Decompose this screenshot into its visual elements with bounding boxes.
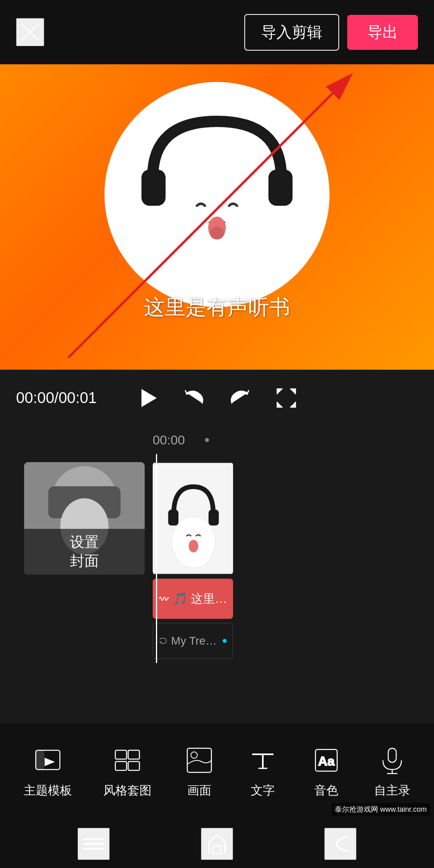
music-indicator: [223, 639, 227, 643]
control-buttons: [137, 387, 297, 409]
svg-rect-23: [128, 750, 139, 759]
nav-back-button[interactable]: [324, 828, 356, 860]
redo-icon: [229, 387, 251, 409]
top-right-buttons: 导入剪辑 导出: [244, 14, 418, 51]
cover-label: 设置 封面: [24, 529, 145, 575]
back-icon: [328, 832, 352, 856]
audio-track-text: 🎵 这里是…: [173, 591, 227, 607]
tool-style[interactable]: 风格套图: [103, 744, 151, 799]
play-icon: [137, 387, 159, 409]
timeline-controls: 00:00/00:01: [0, 370, 434, 426]
timeline-ruler: 00:00: [0, 426, 434, 454]
nav-menu-button[interactable]: [78, 828, 110, 860]
top-bar: 导入剪辑 导出: [0, 0, 434, 64]
video-preview: 这里是有声听书: [0, 64, 434, 370]
music-repeat-icon: [159, 635, 167, 647]
svg-marker-21: [45, 758, 54, 766]
svg-marker-9: [141, 389, 157, 407]
svg-rect-20: [36, 750, 44, 770]
svg-point-6: [210, 227, 224, 240]
tool-canvas[interactable]: 画面: [183, 744, 215, 799]
svg-rect-4: [268, 170, 293, 206]
svg-rect-37: [213, 846, 221, 854]
undo-icon: [183, 387, 205, 409]
svg-rect-16: [209, 510, 219, 525]
character-svg: [113, 81, 321, 290]
timeline-cursor: [156, 454, 157, 663]
record-icon: [378, 746, 406, 774]
svg-rect-31: [388, 748, 396, 762]
undo-button[interactable]: [183, 387, 205, 409]
svg-text:Aa: Aa: [318, 754, 335, 768]
fullscreen-icon: [275, 387, 297, 409]
subtitle-text: 这里是有声听书: [144, 293, 290, 321]
svg-point-18: [189, 540, 199, 553]
svg-rect-25: [128, 762, 139, 770]
svg-rect-24: [115, 762, 127, 770]
theme-label: 主题模板: [24, 782, 72, 799]
close-button[interactable]: [16, 18, 44, 46]
menu-icon: [82, 832, 106, 856]
canvas-icon-container: [183, 744, 215, 776]
music-track-text: My Treasure...: [171, 635, 219, 647]
ruler-dot: [205, 438, 209, 442]
cover-track[interactable]: 设置 封面: [24, 462, 145, 575]
style-label: 风格套图: [103, 782, 151, 799]
video-thumb-svg: [154, 462, 233, 575]
tool-record[interactable]: 自主录: [374, 744, 410, 799]
tool-tone[interactable]: Aa 音色: [310, 744, 342, 799]
close-icon: [20, 22, 40, 42]
time-display: 00:00/00:01: [16, 389, 137, 407]
text-icon: [249, 746, 277, 774]
style-icon: [113, 746, 141, 774]
canvas-icon: [185, 746, 213, 774]
redo-button[interactable]: [229, 387, 251, 409]
theme-icon: [34, 746, 62, 774]
style-icon-container: [111, 744, 143, 776]
tool-theme[interactable]: 主题模板: [24, 744, 72, 799]
canvas-label: 画面: [187, 782, 211, 799]
timeline-tracks[interactable]: 设置 封面: [0, 454, 434, 663]
tool-text[interactable]: 文字: [247, 744, 279, 799]
theme-icon-container: [32, 744, 64, 776]
svg-rect-22: [115, 750, 127, 759]
svg-rect-15: [168, 510, 178, 525]
video-track[interactable]: [153, 462, 233, 575]
audio-track[interactable]: 🎵 这里是…: [153, 579, 233, 619]
nav-home-button[interactable]: [201, 828, 233, 860]
tone-icon: Aa: [312, 746, 340, 774]
svg-rect-3: [141, 170, 166, 206]
music-track[interactable]: My Treasure...: [153, 623, 233, 659]
export-button[interactable]: 导出: [347, 15, 418, 50]
home-icon: [205, 832, 229, 856]
watermark: 泰尔抢游戏网 www.tainr.com: [332, 803, 430, 816]
text-icon-container: [247, 744, 279, 776]
record-icon-container: [376, 744, 408, 776]
audio-wave-icon: [159, 593, 169, 605]
system-nav-bar: [0, 820, 434, 868]
tone-icon-container: Aa: [310, 744, 342, 776]
tone-label: 音色: [314, 782, 338, 799]
fullscreen-button[interactable]: [275, 387, 297, 409]
svg-point-2: [157, 129, 277, 266]
import-button[interactable]: 导入剪辑: [244, 14, 339, 51]
svg-point-27: [191, 752, 197, 758]
video-track-thumbnail: [154, 462, 233, 575]
ruler-time-label: 00:00: [153, 433, 185, 448]
text-label: 文字: [251, 782, 275, 799]
record-label: 自主录: [374, 782, 410, 799]
track-stack: 🎵 这里是… My Treasure...: [153, 462, 233, 659]
play-button[interactable]: [137, 387, 159, 409]
